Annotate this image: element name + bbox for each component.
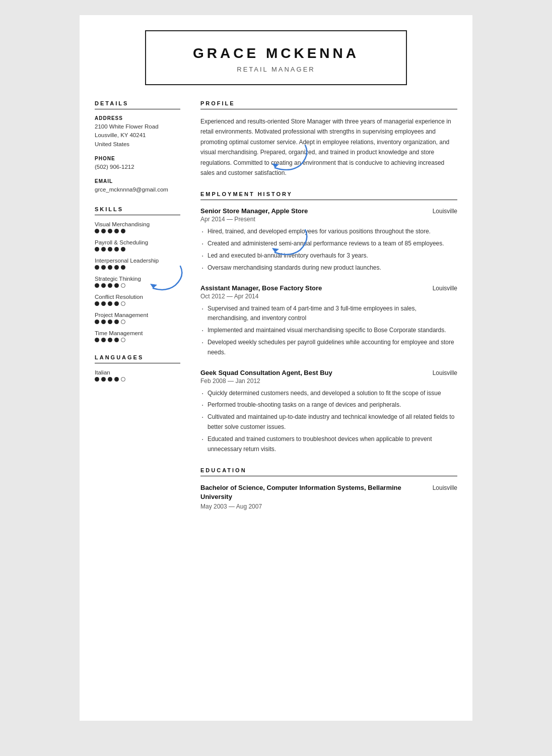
bullet-item: Created and administered semi-annual per… [200, 239, 457, 249]
skill-dots [95, 301, 180, 306]
dot-filled [95, 247, 99, 251]
skill-item: Project Management [95, 312, 180, 324]
job-location: Louisville [433, 285, 457, 292]
dot-filled [121, 247, 125, 251]
phone-group: PHONE (502) 906-1212 [95, 156, 180, 171]
dot-filled [114, 247, 119, 251]
bullet-item: Hired, trained, and developed employees … [200, 227, 457, 237]
skill-dots [95, 247, 180, 251]
job-location: Louisville [433, 208, 457, 215]
dot-empty [121, 338, 125, 342]
email-label: EMAIL [95, 178, 180, 184]
candidate-name: GRACE MCKENNA [161, 45, 391, 61]
dot-filled [108, 229, 112, 233]
employment-arrow [265, 225, 310, 255]
profile-label: PROFILE [200, 100, 457, 109]
job-header: Assistant Manager, Bose Factory StoreLou… [200, 284, 457, 292]
details-label: DETAILS [95, 100, 180, 109]
phone-label: PHONE [95, 156, 180, 161]
bullet-item: Educated and trained customers to troubl… [200, 434, 457, 455]
job-header: Senior Store Manager, Apple StoreLouisvi… [200, 207, 457, 215]
phone-value: (502) 906-1212 [95, 163, 180, 171]
dot-filled [114, 301, 119, 306]
dot-filled [108, 320, 112, 324]
jobs-container: Senior Store Manager, Apple StoreLouisvi… [200, 207, 457, 454]
job-entry: Geek Squad Consultation Agent, Best BuyL… [200, 369, 457, 455]
skill-name: Time Management [95, 330, 180, 336]
dot-filled [108, 283, 112, 288]
dot-filled [114, 283, 119, 288]
dot-filled [95, 229, 99, 233]
job-location: Louisville [433, 369, 457, 376]
languages-container: Italian [95, 369, 180, 382]
skill-item: Time Management [95, 330, 180, 342]
bullet-item: Performed trouble-shooting tasks on a ra… [200, 400, 457, 410]
dot-filled [108, 265, 112, 270]
dot-filled [95, 301, 99, 306]
job-title: Geek Squad Consultation Agent, Best Buy [200, 369, 332, 376]
svg-marker-2 [150, 284, 157, 288]
dot-empty [121, 283, 125, 288]
dot-filled [114, 265, 119, 270]
profile-section: PROFILE Experienced and results-oriented… [200, 100, 457, 178]
skill-name: Visual Merchandising [95, 221, 180, 227]
email-group: EMAIL grce_mcknnna9@gmail.com [95, 178, 180, 194]
dot-filled [121, 265, 125, 270]
edu-header: Bachelor of Science, Computer Informatio… [200, 483, 457, 501]
edu-title: Bachelor of Science, Computer Informatio… [200, 483, 412, 501]
resume-page: GRACE MCKENNA RETAIL MANAGER DETAILS ADD… [80, 15, 472, 721]
skill-dots [95, 320, 180, 324]
bullet-item: Led and executed bi-annual inventory ove… [200, 251, 457, 261]
dot-filled [95, 338, 99, 342]
dot-filled [101, 283, 106, 288]
address-line3: United States [95, 140, 180, 149]
svg-marker-1 [272, 248, 279, 253]
dot-filled [101, 229, 106, 233]
languages-label: LANGUAGES [95, 354, 180, 363]
job-dates: Oct 2012 — Apr 2014 [200, 293, 457, 300]
bullet-item: Developed weekly schedules per payroll g… [200, 338, 457, 358]
job-dates: Apr 2014 — Present [200, 216, 457, 223]
dot-empty [121, 377, 125, 382]
language-item: Italian [95, 369, 180, 382]
dot-filled [101, 320, 106, 324]
dot-filled [95, 320, 99, 324]
sidebar: DETAILS ADDRESS 2100 White Flower Road L… [80, 100, 190, 533]
job-bullets: Quickly determined customers needs, and … [200, 389, 457, 455]
skill-item: Visual Merchandising [95, 221, 180, 233]
bullet-item: Supervised and trained team of 4 part-ti… [200, 304, 457, 324]
skills-label: SKILLS [95, 206, 180, 215]
bullet-item: Quickly determined customers needs, and … [200, 389, 457, 399]
address-label: ADDRESS [95, 115, 180, 121]
dot-filled [108, 301, 112, 306]
dot-filled [114, 338, 119, 342]
dot-empty [121, 301, 125, 306]
dot-filled [108, 338, 112, 342]
skill-dots [95, 229, 180, 233]
dot-filled [101, 265, 106, 270]
address-line2: Lousville, KY 40241 [95, 131, 180, 140]
header: GRACE MCKENNA RETAIL MANAGER [145, 30, 407, 85]
dot-filled [121, 229, 125, 233]
job-dates: Feb 2008 — Jan 2012 [200, 377, 457, 385]
skills-arrow [145, 262, 185, 292]
skill-item: Conflict Resolution [95, 294, 180, 306]
job-entry: Assistant Manager, Bose Factory StoreLou… [200, 284, 457, 358]
address-group: ADDRESS 2100 White Flower Road Lousville… [95, 115, 180, 149]
job-entry: Senior Store Manager, Apple StoreLouisvi… [200, 207, 457, 273]
profile-arrow [265, 140, 310, 170]
education-container: Bachelor of Science, Computer Informatio… [200, 483, 457, 510]
dot-empty [121, 320, 125, 324]
education-label: EDUCATION [200, 467, 457, 476]
job-header: Geek Squad Consultation Agent, Best BuyL… [200, 369, 457, 376]
address-line1: 2100 White Flower Road [95, 122, 180, 131]
bullet-item: Implemented and maintained visual mercha… [200, 326, 457, 336]
dot-filled [101, 301, 106, 306]
candidate-title: RETAIL MANAGER [161, 66, 391, 73]
dot-filled [108, 377, 112, 382]
dot-filled [108, 247, 112, 251]
email-value: grce_mcknnna9@gmail.com [95, 185, 180, 194]
dot-filled [114, 320, 119, 324]
dot-filled [101, 377, 106, 382]
education-section: EDUCATION Bachelor of Science, Computer … [200, 467, 457, 510]
